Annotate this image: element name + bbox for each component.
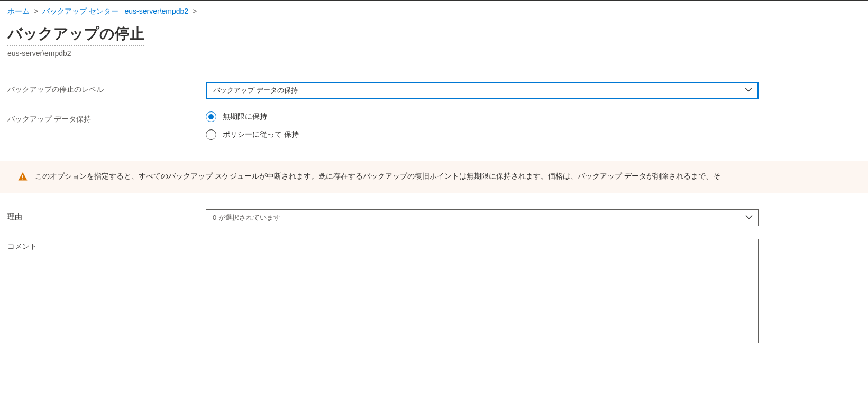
stop-level-label: バックアップの停止のレベル (7, 82, 206, 95)
reason-select-value: 0 が選択されています (213, 213, 280, 222)
page-title: バックアップの停止 (7, 24, 144, 46)
retain-radio-by-policy[interactable]: ポリシーに従って 保持 (206, 129, 759, 140)
retain-by-policy-label: ポリシーに従って 保持 (223, 130, 299, 139)
breadcrumb: ホーム > バックアップ センター eus-server\empdb2 > (7, 7, 861, 16)
stop-level-select[interactable]: バックアップ データの保持 (206, 82, 759, 99)
info-banner: このオプションを指定すると、すべてのバックアップ スケジュールが中断されます。既… (0, 161, 868, 193)
chevron-down-icon (745, 213, 753, 222)
retain-radio-indefinitely[interactable]: 無期限に保持 (206, 111, 759, 122)
breadcrumb-backup-center[interactable]: バックアップ センター (42, 7, 118, 15)
radio-selected-icon (206, 111, 216, 122)
radio-unselected-icon (206, 129, 216, 140)
warning-icon (18, 172, 28, 183)
page-subtitle: eus-server\empdb2 (7, 49, 861, 58)
retain-indefinitely-label: 無期限に保持 (223, 112, 267, 122)
reason-select[interactable]: 0 が選択されています (206, 209, 759, 226)
comment-label: コメント (7, 239, 206, 252)
breadcrumb-separator-end: > (193, 7, 197, 15)
comment-textarea[interactable] (206, 239, 759, 343)
breadcrumb-home[interactable]: ホーム (7, 7, 30, 15)
retain-radio-group: 無期限に保持 ポリシーに従って 保持 (206, 111, 759, 140)
breadcrumb-item[interactable]: eus-server\empdb2 (125, 7, 189, 15)
breadcrumb-separator: > (34, 7, 38, 15)
chevron-down-icon (745, 86, 752, 95)
info-banner-text: このオプションを指定すると、すべてのバックアップ スケジュールが中断されます。既… (35, 172, 720, 181)
reason-label: 理由 (7, 209, 206, 222)
breadcrumb-truncation (121, 7, 123, 15)
stop-level-select-value: バックアップ データの保持 (213, 86, 298, 95)
retain-label: バックアップ データ保持 (7, 111, 206, 124)
